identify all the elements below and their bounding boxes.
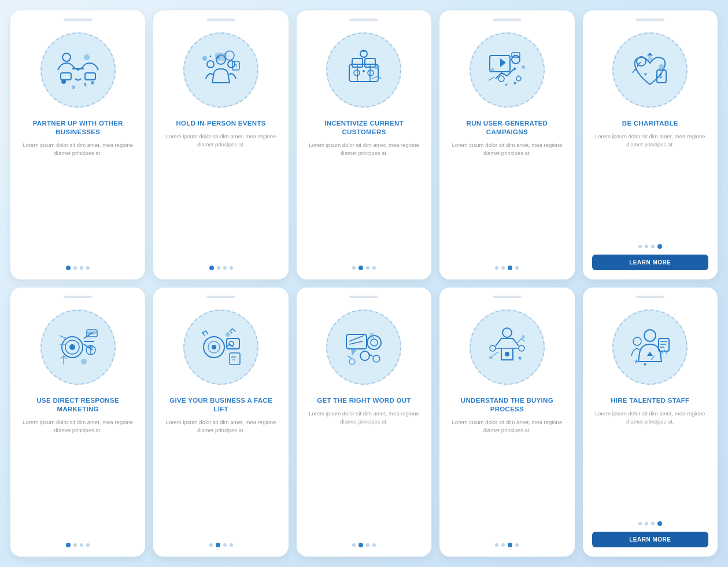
card-top-bar <box>493 19 522 21</box>
svg-point-66 <box>502 328 512 337</box>
buying-process-body: Lorem ipsum dolor sit dim amet, mea regi… <box>449 418 565 537</box>
svg-text:★: ★ <box>513 80 517 86</box>
svg-point-5 <box>91 81 94 84</box>
card-top-bar <box>349 19 378 21</box>
hire-staff-title: HIRE TALENTED STAFF <box>611 396 689 405</box>
svg-text:★: ★ <box>643 362 647 367</box>
direct-response-icon-circle <box>40 310 116 385</box>
dot-indicator <box>508 266 512 270</box>
partner-businesses-body: Lorem ipsum dolor sit dim amet, mea regi… <box>20 141 136 260</box>
svg-point-64 <box>349 359 355 365</box>
svg-point-67 <box>490 345 496 351</box>
dot-indicator <box>209 543 213 547</box>
be-charitable-body: Lorem ipsum dolor sit dim amet, mea regi… <box>592 132 708 238</box>
partner-businesses-title: PARTNER UP WITH OTHER BUSINESSES <box>20 119 136 137</box>
svg-point-42 <box>659 64 664 70</box>
svg-point-43 <box>648 56 652 61</box>
svg-rect-56 <box>230 353 240 365</box>
dot-indicator <box>223 543 227 547</box>
dot-indicator <box>501 543 505 547</box>
dot-indicator <box>80 543 83 547</box>
card-top-bar <box>635 296 664 298</box>
dot-indicator <box>651 522 655 525</box>
dot-indicator <box>657 244 662 249</box>
svg-marker-34 <box>518 75 520 77</box>
word-out-icon-area <box>306 304 422 391</box>
main-grid: $ $ PARTNER UP WITH OTHER BUSINESSESLore… <box>0 0 728 567</box>
dot-indicator <box>230 543 233 547</box>
buying-process-icon-area: ★ <box>449 304 565 391</box>
dot-indicator <box>366 266 369 270</box>
dot-indicator <box>352 266 356 270</box>
card-word-out: GET THE RIGHT WORD OUTLorem ipsum dolor … <box>297 288 431 557</box>
svg-text:♥: ♥ <box>644 72 647 77</box>
partner-businesses-icon-circle: $ $ <box>40 32 116 108</box>
facelift-title: GIVE YOUR BUSINESS A FACE LIFT <box>162 396 279 414</box>
be-charitable-icon-area: $ ♥ <box>592 27 708 113</box>
svg-point-50 <box>81 359 87 365</box>
dot-indicator <box>359 266 363 270</box>
svg-marker-31 <box>514 67 516 71</box>
in-person-events-icon-circle: # % <box>183 32 258 108</box>
dot-indicator <box>645 522 648 525</box>
dot-indicator <box>515 266 519 270</box>
in-person-events-title: HOLD IN-PERSON EVENTS <box>176 119 266 128</box>
word-out-body: Lorem ipsum dolor sit dim amet, mea regi… <box>306 410 422 537</box>
dot-indicator <box>657 521 662 526</box>
word-out-icon-circle <box>326 310 401 385</box>
dot-indicator <box>80 266 83 270</box>
svg-point-25 <box>374 65 379 69</box>
be-charitable-title: BE CHARITABLE <box>622 119 678 128</box>
user-generated-dots <box>495 266 519 270</box>
dot-indicator <box>651 245 655 248</box>
dot-indicator <box>372 266 376 270</box>
card-top-bar <box>206 296 235 298</box>
card-partner-businesses: $ $ PARTNER UP WITH OTHER BUSINESSESLore… <box>10 10 145 279</box>
dot-indicator <box>515 543 519 547</box>
dot-indicator <box>209 266 214 270</box>
svg-point-23 <box>354 70 360 76</box>
user-generated-body: Lorem ipsum dolor sit dim amet, mea regi… <box>449 141 565 260</box>
card-hire-staff: ★ ★ HIRE TALENTED STAFFLorem ipsum dolor… <box>583 288 718 557</box>
direct-response-icon-area <box>20 304 136 391</box>
incentivize-customers-icon-area <box>306 27 422 113</box>
svg-point-32 <box>498 76 504 82</box>
svg-point-33 <box>516 76 521 81</box>
dot-indicator <box>638 522 642 525</box>
card-top-bar <box>64 19 93 21</box>
card-top-bar <box>635 19 664 21</box>
svg-text:#: # <box>217 54 220 60</box>
dot-indicator <box>372 543 376 547</box>
buying-process-icon-circle: ★ <box>470 310 545 385</box>
be-charitable-learn-more-button[interactable]: LEARN MORE <box>592 255 708 270</box>
svg-point-63 <box>373 355 380 362</box>
incentivize-customers-icon-circle <box>326 32 401 108</box>
svg-point-61 <box>371 339 378 346</box>
word-out-title: GET THE RIGHT WORD OUT <box>317 396 411 405</box>
word-out-dots <box>352 543 376 547</box>
user-generated-icon-circle: % ★ ★ <box>470 32 545 108</box>
svg-point-69 <box>505 352 509 356</box>
dot-indicator <box>73 543 77 547</box>
svg-point-60 <box>367 336 381 349</box>
svg-point-4 <box>61 79 66 84</box>
facelift-dots <box>209 543 233 547</box>
dot-indicator <box>645 245 648 248</box>
dot-indicator <box>495 266 498 270</box>
buying-process-title: UNDERSTAND THE BUYING PROCESS <box>449 396 565 414</box>
svg-rect-2 <box>85 73 95 80</box>
dot-indicator <box>230 266 233 270</box>
svg-point-3 <box>84 54 90 60</box>
svg-text:$: $ <box>72 84 75 90</box>
hire-staff-learn-more-button[interactable]: LEARN MORE <box>592 532 708 547</box>
card-user-generated: % ★ ★ RUN USER-GENERATED CAMPAIGNSLorem … <box>439 10 574 279</box>
incentivize-customers-title: INCENTIVIZE CURRENT CUSTOMERS <box>306 119 422 137</box>
facelift-icon-circle: ✦ <box>183 310 258 385</box>
card-top-bar <box>64 296 93 298</box>
hire-staff-icon-circle: ★ ★ <box>612 310 688 385</box>
dot-indicator <box>366 543 369 547</box>
dot-indicator <box>352 543 356 547</box>
svg-text:✦: ✦ <box>230 331 233 334</box>
dot-indicator <box>508 543 512 547</box>
be-charitable-dots <box>638 244 662 249</box>
